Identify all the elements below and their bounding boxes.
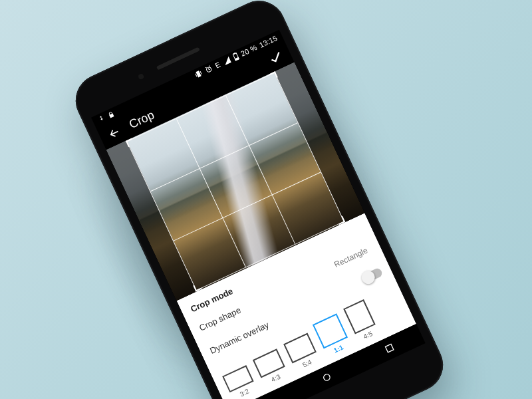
dynamic-overlay-toggle[interactable] — [362, 267, 384, 284]
alarm-icon — [203, 64, 214, 74]
aspect-ratio-label: 1:1 — [332, 344, 344, 354]
proximity-sensor — [138, 73, 145, 80]
svg-rect-3 — [235, 57, 239, 61]
aspect-ratio-option-5-4[interactable]: 5:4 — [283, 333, 321, 373]
network-type: E — [213, 61, 221, 70]
crop-shape-value: Rectangle — [332, 246, 369, 270]
aspect-ratio-label: 4:5 — [362, 330, 374, 340]
aspect-ratio-preview — [313, 313, 348, 348]
aspect-ratio-preview — [253, 348, 285, 378]
aspect-ratio-preview — [343, 299, 376, 334]
aspect-ratio-option-1-1[interactable]: 1:1 — [313, 313, 352, 358]
svg-rect-2 — [233, 53, 235, 54]
grid-line — [176, 118, 246, 267]
lock-icon — [106, 110, 115, 119]
earpiece — [156, 47, 200, 70]
aspect-ratio-label: 4:3 — [270, 373, 281, 384]
grid-line — [150, 122, 298, 192]
grid-line — [225, 96, 295, 244]
svg-rect-5 — [386, 344, 394, 352]
screen: E 20 % 13:15 — [91, 30, 426, 399]
aspect-ratio-preview — [222, 365, 254, 392]
vibrate-icon — [194, 68, 204, 79]
usb-debug-icon — [97, 114, 107, 124]
svg-point-4 — [323, 373, 331, 381]
signal-icon — [221, 55, 232, 66]
aspect-ratio-option-4-3[interactable]: 4:3 — [253, 348, 289, 387]
aspect-ratio-label: 5:4 — [301, 358, 313, 369]
aspect-ratio-option-3-2[interactable]: 3:2 — [222, 365, 258, 399]
grid-line — [174, 172, 321, 241]
aspect-ratio-label: 3:2 — [239, 388, 250, 398]
aspect-ratio-option-4-5[interactable]: 4:5 — [343, 299, 380, 343]
aspect-ratio-preview — [283, 333, 317, 364]
battery-icon — [231, 52, 239, 61]
